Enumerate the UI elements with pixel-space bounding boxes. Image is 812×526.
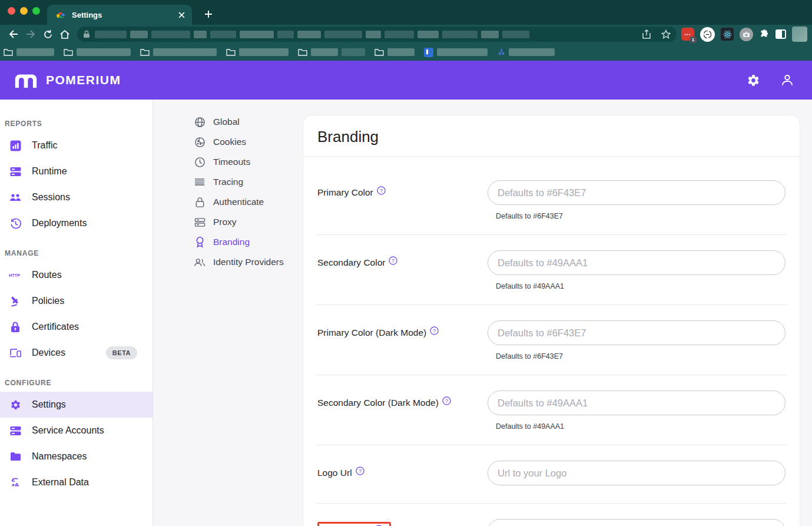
brand-wordmark: POMERIUM [46,73,121,87]
sidebar-item-traffic[interactable]: Traffic [0,133,153,158]
bookmark-folder[interactable] [64,48,131,56]
tab-close-icon[interactable] [177,10,186,19]
bookmark-folder[interactable] [4,48,54,56]
forward-icon[interactable] [24,27,37,42]
redacted-url-text [95,31,529,38]
subnav-item-timeouts[interactable]: Timeouts [194,152,288,172]
content-pane: Global Cookies Timeouts [153,100,812,526]
sidebar-item-external-data[interactable]: External Data [0,469,153,495]
svg-text:HTTP: HTTP [9,273,20,278]
sidebar-item-devices[interactable]: Devices BETA [0,340,153,366]
sidebar-item-namespaces[interactable]: Namespaces [0,444,153,469]
sidebar-item-settings[interactable]: Settings [0,392,153,418]
helper-text: Defaults to #49AAA1 [496,422,786,431]
identity-providers-people-icon [194,256,206,268]
primary-color-input[interactable] [488,180,786,205]
subnav-item-branding[interactable]: Branding [194,232,288,252]
lock-icon [83,30,90,38]
bookmarks-bar [0,44,812,61]
extensions-row: ⋯1 [681,27,807,42]
sidebar-item-policies[interactable]: Policies [0,288,153,314]
settings-subnav: Global Cookies Timeouts [194,112,288,272]
sidebar: REPORTS Traffic Runtime Sessions [0,100,153,526]
sidebar-item-service-accounts[interactable]: Service Accounts [0,418,153,444]
address-bar[interactable] [77,27,677,42]
subnav-item-tracing[interactable]: Tracing [194,172,288,192]
password-extension-icon[interactable]: ⋯1 [681,28,694,41]
svg-text:?: ? [445,398,448,403]
favicon-url-input[interactable] [488,519,786,526]
field-label: Secondary Color (Dark Mode) [317,398,439,408]
bookmark-folder[interactable] [298,48,365,56]
google-cloud-favicon-icon [55,11,66,19]
field-row-favicon-url: Favicon Url ? [303,504,800,526]
bookmark-site[interactable] [497,48,555,57]
subnav-item-global[interactable]: Global [194,112,288,132]
help-icon[interactable]: ? [389,256,397,265]
sidebar-item-deployments[interactable]: Deployments [0,210,153,236]
header-account-icon[interactable] [775,68,799,92]
share-icon[interactable] [642,29,651,39]
profile-avatar[interactable] [792,27,807,42]
field-label: Primary Color [317,187,373,198]
help-icon[interactable]: ? [377,186,386,195]
sidebar-item-routes[interactable]: HTTP Routes [0,262,153,288]
recorder-extension-icon[interactable] [700,27,715,42]
sidebar-section-reports: REPORTS [0,120,153,128]
reload-icon[interactable] [41,27,55,42]
back-icon[interactable] [6,27,20,42]
window-controls [8,7,40,15]
subnav-item-authenticate[interactable]: Authenticate [194,192,288,212]
helper-text: Defaults to #49AAA1 [496,282,786,290]
browser-toolbar: ⋯1 [0,25,812,44]
bookmark-star-icon[interactable] [661,29,671,39]
subnav-item-cookies[interactable]: Cookies [194,132,288,152]
site-icon [497,48,505,57]
secondary-color-dark-input[interactable] [488,391,786,415]
bookmark-folder[interactable] [374,48,415,56]
pomerium-logo-icon [13,72,39,88]
sidebar-item-certificates[interactable]: Certificates [0,314,153,340]
cookie-icon [194,136,206,148]
primary-color-dark-input[interactable] [488,320,786,345]
bookmark-folder[interactable] [226,48,289,56]
browser-tabstrip: Settings [0,0,812,25]
screen: Settings [0,0,812,526]
sidebar-section-configure: CONFIGURE [0,379,153,387]
devices-icon [9,346,22,359]
extensions-puzzle-icon[interactable] [759,29,770,39]
policies-gavel-icon [9,295,22,307]
help-icon[interactable]: ? [430,326,439,335]
header-settings-gear-icon[interactable] [741,68,765,92]
logo-url-input[interactable] [488,461,786,485]
sidebar-item-sessions[interactable]: Sessions [0,184,153,210]
minimize-window-button[interactable] [20,7,28,15]
help-icon[interactable]: ? [442,396,451,405]
new-tab-button[interactable] [200,6,217,22]
help-icon[interactable]: ? [356,467,364,475]
traffic-chart-icon [9,139,22,152]
react-devtools-icon[interactable] [721,28,734,41]
extension-badge: 1 [690,37,697,43]
browser-tab-settings[interactable]: Settings [47,5,192,25]
bookmark-folder[interactable] [140,48,217,56]
namespaces-folder-icon [9,450,22,463]
subnav-item-identity-providers[interactable]: Identity Providers [194,252,288,272]
deployments-history-icon [9,217,22,230]
maximize-window-button[interactable] [32,7,40,15]
split-view-icon[interactable] [775,29,786,39]
subnav-item-proxy[interactable]: Proxy [194,212,288,232]
tracing-lines-icon [194,176,206,188]
close-window-button[interactable] [8,7,15,15]
sidebar-section-manage: MANAGE [0,249,153,257]
home-icon[interactable] [58,27,72,42]
bookmark-trello[interactable] [424,48,488,57]
beta-badge: BETA [106,346,137,359]
clock-icon [194,156,206,168]
secondary-color-input[interactable] [488,250,786,275]
branding-award-icon [194,236,206,248]
sessions-people-icon [9,191,22,204]
sidebar-item-runtime[interactable]: Runtime [0,158,153,184]
screenshot-extension-icon[interactable] [740,28,753,41]
runtime-server-icon [9,165,22,178]
